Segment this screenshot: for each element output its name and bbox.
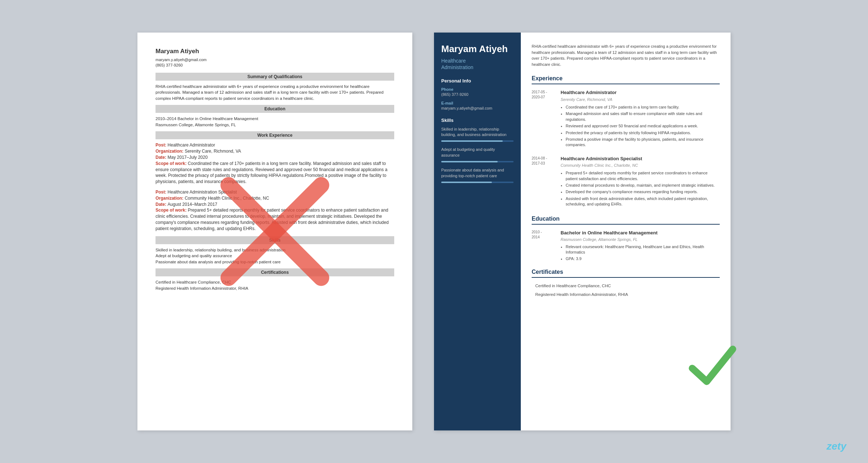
- right-phone-label: Phone: [441, 87, 514, 92]
- right-job-2: 2014-08 -2017-03 Healthcare Administrati…: [532, 156, 720, 208]
- right-edu1-degree: Bachelor in Online Healthcare Management: [561, 230, 720, 236]
- right-skill-1-text: Skilled in leadership, relationship buil…: [441, 127, 514, 138]
- right-job1-bullets: Coordinated the care of 170+ patients in…: [561, 105, 720, 148]
- left-job2-org-label: Organization:: [156, 196, 185, 201]
- right-edu1-school: Rasmussen College, Altamonte Springs, FL: [561, 237, 720, 242]
- left-education-header: Education: [156, 105, 394, 113]
- right-job2-bullet-3: Developed the company's compliance measu…: [566, 189, 720, 195]
- right-job2-bullet-2: Created internal procedures to develop, …: [566, 183, 720, 188]
- left-job1-date-value: May 2017–July 2020: [167, 155, 208, 160]
- left-job2-org-value: Community Health Clinic Inc., Charlotte,…: [185, 196, 269, 201]
- right-job1-bullet-5: Promoted a positive image of the facilit…: [566, 137, 720, 148]
- right-skill-1-fill: [441, 140, 503, 142]
- right-skill-1-bar: [441, 140, 514, 142]
- right-education-title: Education: [532, 215, 720, 225]
- left-skills-header: Skills: [156, 236, 394, 245]
- right-skill-3-bar: [441, 182, 514, 183]
- left-education-text: 2010–2014 Bachelor in Online Healthcare …: [156, 116, 394, 127]
- right-job1-bullet-1: Coordinated the care of 170+ patients in…: [566, 105, 720, 110]
- left-skills: Skilled in leadership, relationship buil…: [156, 247, 394, 264]
- left-job2-date-value: August 2014–March 2017: [167, 202, 217, 207]
- right-job2-bullet-4: Assisted with front desk administrative …: [566, 196, 720, 207]
- right-job-1: 2017-05 -2020-07 Healthcare Administrato…: [532, 89, 720, 149]
- right-summary-text: RHIA-certified healthcare administrator …: [532, 43, 720, 67]
- right-job1-dates: 2017-05 -2020-07: [532, 89, 561, 149]
- right-email-label: E-mail: [441, 101, 514, 105]
- right-edu1-bullet-1: Relevant coursework: Healthcare Planning…: [566, 244, 720, 255]
- left-job-2: Post: Healthcare Administration Speciali…: [156, 189, 394, 232]
- right-edu1-bullet-2: GPA: 3.9: [566, 256, 720, 262]
- right-job2-company: Community Health Clinic Inc., Charlotte,…: [561, 163, 720, 168]
- right-skill-2-bar: [441, 161, 514, 162]
- right-skill-3-fill: [441, 182, 492, 183]
- right-main-content: RHIA-certified healthcare administrator …: [521, 33, 731, 430]
- right-phone-value: (865) 377-9260: [441, 92, 514, 97]
- left-certs-header: Certifications: [156, 268, 394, 277]
- right-job2-bullets: Prepared 5+ detailed reports monthly for…: [561, 170, 720, 207]
- left-job1-date-label: Date:: [156, 155, 167, 160]
- right-cert-2: Registered Health Information Administra…: [532, 292, 720, 297]
- zety-watermark: zety: [827, 441, 846, 452]
- right-cert-1: Certified in Healthcare Compliance, CHC: [532, 283, 720, 289]
- left-job1-post-label: Post:: [156, 143, 167, 148]
- right-job1-bullet-3: Reviewed and approved over 50 financial …: [566, 123, 720, 129]
- right-experience-title: Experience: [532, 75, 720, 84]
- right-job2-details: Healthcare Administration Specialist Com…: [561, 156, 720, 208]
- left-job2-scope-value: Prepared 5+ detailed reports monthly for…: [156, 208, 389, 231]
- right-personal-info-title: Personal Info: [441, 78, 514, 84]
- right-sidebar: Maryam Atiyeh Healthcare Administration …: [434, 33, 521, 430]
- right-skill-3-text: Passionate about data analysis and provi…: [441, 167, 514, 179]
- left-email: maryam.y.atiyeh@gmail.com: [156, 58, 207, 62]
- left-summary-header: Summary of Qualifications: [156, 73, 394, 81]
- right-candidate-title: Healthcare Administration: [441, 58, 514, 71]
- left-job2-scope-label: Scope of work:: [156, 208, 188, 213]
- left-job2-date-label: Date:: [156, 202, 167, 207]
- right-skill-2-fill: [441, 161, 498, 162]
- left-summary-text: RHIA-certified healthcare administrator …: [156, 84, 394, 101]
- right-edu-1: 2010 -2014 Bachelor in Online Healthcare…: [532, 230, 720, 263]
- right-candidate-name: Maryam Atiyeh: [441, 43, 514, 55]
- left-job1-org-label: Organization:: [156, 149, 185, 154]
- left-job2-post-value: Healthcare Administration Specialist: [167, 190, 237, 195]
- right-job1-bullet-4: Protected the privacy of patients by str…: [566, 130, 720, 136]
- right-job1-details: Healthcare Administrator Serenity Care, …: [561, 89, 720, 149]
- right-edu1-dates: 2010 -2014: [532, 230, 561, 263]
- right-job1-title: Healthcare Administrator: [561, 89, 720, 96]
- left-job1-org-value: Serenity Care, Richmond, VA: [185, 149, 241, 154]
- right-job2-bullet-1: Prepared 5+ detailed reports monthly for…: [566, 170, 720, 182]
- right-skill-2-text: Adept at budgeting and quality assurance: [441, 147, 514, 158]
- left-job1-post-value: Healthcare Administrator: [167, 143, 215, 148]
- right-job2-dates: 2014-08 -2017-03: [532, 156, 561, 208]
- left-job1-scope-label: Scope of work:: [156, 161, 188, 166]
- left-certs: Certified in Healthcare Compliance, CHC …: [156, 279, 394, 291]
- right-job1-company: Serenity Care, Richmond, VA: [561, 97, 720, 102]
- left-job1-scope-value: Coordinated the care of 170+ patients in…: [156, 161, 387, 184]
- right-resume: Maryam Atiyeh Healthcare Administration …: [434, 33, 731, 430]
- left-job2-post-label: Post:: [156, 190, 167, 195]
- right-job2-title: Healthcare Administration Specialist: [561, 156, 720, 162]
- left-job-1: Post: Healthcare Administrator Organizat…: [156, 142, 394, 185]
- left-phone: (865) 377-9260: [156, 63, 183, 67]
- right-edu1-details: Bachelor in Online Healthcare Management…: [561, 230, 720, 263]
- left-work-header: Work Experience: [156, 131, 394, 140]
- left-resume: Maryam Atiyeh maryam.y.atiyeh@gmail.com …: [137, 33, 412, 430]
- right-edu1-bullets: Relevant coursework: Healthcare Planning…: [561, 244, 720, 262]
- left-candidate-name: Maryam Atiyeh: [156, 47, 394, 56]
- right-job1-bullet-2: Managed admission and sales staff to ens…: [566, 111, 720, 122]
- right-skills-title: Skills: [441, 118, 514, 123]
- right-email-value: maryam.y.atiyeh@gmail.com: [441, 106, 514, 110]
- left-contact-info: maryam.y.atiyeh@gmail.com (865) 377-9260: [156, 57, 394, 68]
- right-certs-title: Certificates: [532, 268, 720, 278]
